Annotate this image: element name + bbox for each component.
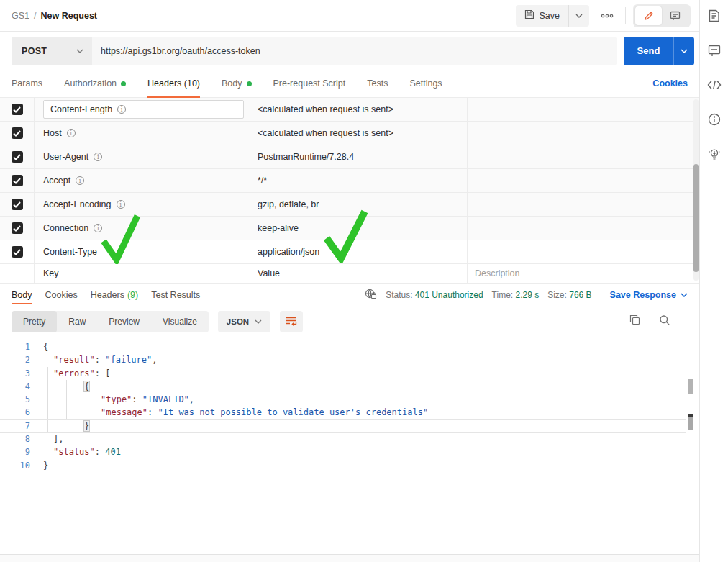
save-options-chevron[interactable] <box>569 5 589 27</box>
response-tab-test-results[interactable]: Test Results <box>151 284 200 306</box>
response-tab-label: Cookies <box>45 290 78 300</box>
time-value: 2.29 s <box>515 290 539 300</box>
tab-body[interactable]: Body <box>222 70 252 97</box>
row-checkbox[interactable] <box>12 199 23 210</box>
description-cell[interactable] <box>468 169 699 192</box>
code-text: "type": "INVALID", <box>43 393 194 406</box>
response-tab-bar: BodyCookiesHeaders(9)Test Results Status… <box>0 284 699 306</box>
pulse-lightbulb-icon[interactable] <box>706 146 722 162</box>
documentation-icon[interactable] <box>706 8 722 24</box>
key-cell[interactable]: Content-Type <box>35 240 250 263</box>
send-button[interactable]: Send <box>624 37 673 65</box>
copy-icon[interactable] <box>629 314 640 328</box>
row-checkbox[interactable] <box>12 104 23 115</box>
description-cell[interactable] <box>468 145 699 168</box>
comment-mode-button[interactable] <box>662 6 688 25</box>
headers-table: Content-Lengthi<calculated when request … <box>0 98 699 284</box>
code-line-6: 6"message": "It was not possible to vali… <box>0 406 686 419</box>
key-cell[interactable]: User-Agenti <box>35 145 250 168</box>
cookies-link[interactable]: Cookies <box>652 78 688 89</box>
save-response-button[interactable]: Save Response <box>610 290 688 300</box>
tab-tests[interactable]: Tests <box>367 70 388 97</box>
tab-headers-10[interactable]: Headers (10) <box>147 70 200 97</box>
value-cell[interactable]: keep-alive <box>250 217 468 240</box>
breadcrumb-request-name[interactable]: New Request <box>41 11 98 21</box>
response-tab-headers[interactable]: Headers(9) <box>91 284 139 306</box>
response-tab-label: Body <box>12 290 32 300</box>
beautify-button[interactable] <box>280 311 303 332</box>
value-placeholder-cell[interactable]: Value <box>250 264 468 283</box>
breadcrumb-separator: / <box>34 11 36 21</box>
tab-authorization[interactable]: Authorization <box>64 70 126 97</box>
value-cell[interactable]: <calculated when request is sent> <box>250 98 468 121</box>
search-icon[interactable] <box>659 314 670 329</box>
code-text: "errors": [ <box>43 367 110 380</box>
info-icon: i <box>94 153 102 161</box>
view-mode-visualize[interactable]: Visualize <box>151 311 209 332</box>
url-input[interactable] <box>92 37 617 65</box>
code-snippet-icon[interactable] <box>706 77 722 93</box>
response-tab-body[interactable]: Body <box>12 284 32 306</box>
method-selector[interactable]: POST <box>12 37 92 65</box>
view-mode-pretty[interactable]: Pretty <box>12 311 57 332</box>
value-cell[interactable]: */* <box>250 169 468 192</box>
breadcrumb: GS1 / New Request <box>12 11 97 21</box>
edit-mode-button[interactable] <box>635 6 662 25</box>
row-checkbox[interactable] <box>12 175 23 186</box>
more-actions-button[interactable] <box>596 5 618 27</box>
request-url-row: POST Send <box>0 32 699 70</box>
checkbox-cell <box>0 169 35 192</box>
response-toolbar: PrettyRawPreviewVisualize JSON <box>0 306 699 337</box>
key-cell[interactable]: Connectioni <box>35 217 250 240</box>
row-checkbox[interactable] <box>12 151 23 163</box>
row-checkbox[interactable] <box>12 222 23 234</box>
row-checkbox[interactable] <box>12 127 23 139</box>
value-cell[interactable]: PostmanRuntime/7.28.4 <box>250 145 468 168</box>
code-line-10: 10} <box>0 459 686 472</box>
comments-icon[interactable] <box>706 42 722 58</box>
info-icon[interactable] <box>706 112 722 127</box>
description-cell[interactable] <box>468 122 699 145</box>
code-line-5: 5"type": "INVALID", <box>0 393 686 406</box>
main-panel: GS1 / New Request Save <box>0 0 699 562</box>
description-cell[interactable] <box>468 217 699 240</box>
tab-settings[interactable]: Settings <box>409 70 442 97</box>
key-cell[interactable]: Accept-Encodingi <box>35 193 250 216</box>
key-cell[interactable]: Content-Lengthi <box>35 98 250 121</box>
network-globe-lock-icon[interactable] <box>365 289 377 302</box>
tab-label: Settings <box>409 78 442 89</box>
table-scrollbar-thumb[interactable] <box>693 164 699 272</box>
description-cell[interactable] <box>468 98 699 121</box>
response-action-icons <box>629 314 688 329</box>
response-tab-cookies[interactable]: Cookies <box>45 284 78 306</box>
row-checkbox[interactable] <box>12 246 23 258</box>
value-cell[interactable]: <calculated when request is sent> <box>250 122 468 145</box>
description-cell[interactable] <box>468 240 699 263</box>
token: : <box>147 407 158 417</box>
tab-params[interactable]: Params <box>12 70 42 97</box>
breadcrumb-workspace[interactable]: GS1 <box>12 11 29 21</box>
header-value: <calculated when request is sent> <box>258 128 393 138</box>
chevron-down-icon <box>681 293 688 297</box>
response-body-editor[interactable]: 1{2"result": "failure",3"errors": [4{5"t… <box>0 337 686 554</box>
key-placeholder-cell[interactable]: Key <box>35 264 250 283</box>
description-cell[interactable] <box>468 193 699 216</box>
description-placeholder-cell[interactable]: Description <box>468 264 699 283</box>
time-field: Time: 2.29 s <box>492 290 540 300</box>
view-mode-preview[interactable]: Preview <box>97 311 151 332</box>
key-input[interactable]: Content-Lengthi <box>43 100 244 119</box>
key-cell[interactable]: Accepti <box>35 169 250 192</box>
token: { <box>43 342 48 352</box>
value-cell[interactable]: application/json <box>250 240 468 263</box>
view-mode-raw[interactable]: Raw <box>57 311 97 332</box>
tab-label: Headers (10) <box>147 78 200 89</box>
code-text: { <box>43 340 48 353</box>
key-cell[interactable]: Hosti <box>35 122 250 145</box>
token: } <box>43 461 48 471</box>
tab-pre-request-script[interactable]: Pre-request Script <box>273 70 346 97</box>
value-cell[interactable]: gzip, deflate, br <box>250 193 468 216</box>
save-button[interactable]: Save <box>516 5 569 27</box>
send-options-chevron[interactable] <box>673 37 694 65</box>
beautify-icon <box>286 316 298 327</box>
format-dropdown[interactable]: JSON <box>218 311 270 332</box>
